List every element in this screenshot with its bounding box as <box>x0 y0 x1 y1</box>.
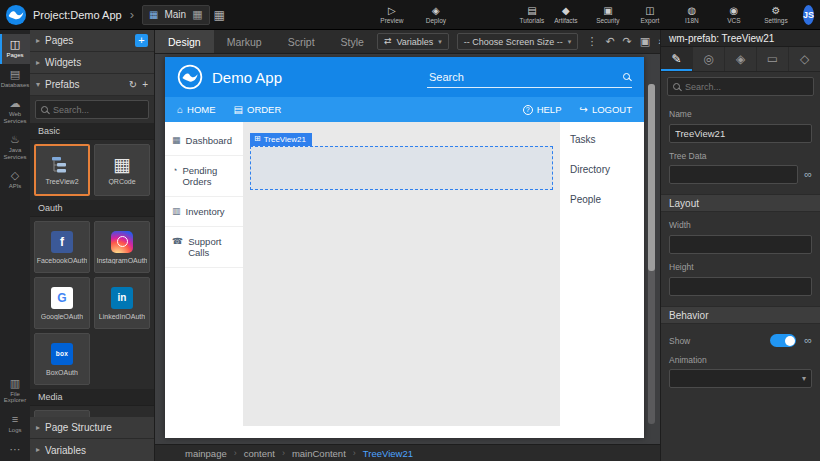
nav-logout[interactable]: ↪ LOGOUT <box>579 104 632 115</box>
list-item-tasks[interactable]: Tasks <box>570 134 634 145</box>
artifacts-label: Artifacts <box>554 17 577 24</box>
tab-markup[interactable]: Markup <box>214 30 275 53</box>
left-panel: ▸ Pages + ▸ Widgets ▾ Prefabs ↻ + Basic <box>30 30 155 461</box>
settings-button[interactable]: ⚙ Settings <box>759 6 793 24</box>
styles-tab[interactable]: ◎ <box>693 47 725 71</box>
prefab-search-input[interactable] <box>53 105 143 115</box>
prefab-tile-linkedinoauth[interactable]: in LinkedInOAuth <box>94 277 150 329</box>
width-field[interactable] <box>669 235 812 254</box>
sidebar-item-logs[interactable]: ≡ Logs <box>0 409 30 439</box>
sidenav-support-calls[interactable]: ☎ Support Calls <box>165 227 243 268</box>
sidebar-item-pages[interactable]: ◫ Pages <box>0 34 30 64</box>
app-title: Demo App <box>212 69 282 86</box>
selected-widget-tag[interactable]: ⊞ TreeView21 <box>250 133 312 146</box>
canvas-scrollbar[interactable] <box>648 84 655 424</box>
prefab-tile-googleoauth[interactable]: G GoogleOAuth <box>34 277 90 329</box>
height-field[interactable] <box>669 277 812 296</box>
prefab-tile-treeview2[interactable]: TreeView2 <box>34 144 90 196</box>
nav-order[interactable]: ▤ ORDER <box>234 104 282 115</box>
prefab-tile-facebookoauth[interactable]: f FacebookOAuth <box>34 221 90 273</box>
device-tab[interactable]: ▭ <box>757 47 789 71</box>
bind-link-icon[interactable]: ∞ <box>804 169 812 180</box>
facebook-icon: f <box>51 231 73 253</box>
sidenav-dashboard[interactable]: ▦ Dashboard <box>165 126 243 156</box>
variables-dropdown[interactable]: ⇄ Variables ▾ <box>377 33 449 50</box>
tab-design[interactable]: Design <box>155 30 214 53</box>
web-services-label: Web Services <box>1 111 29 124</box>
show-toggle[interactable] <box>770 334 796 347</box>
add-page-button[interactable]: + <box>135 34 148 47</box>
tree-data-field[interactable] <box>669 165 798 184</box>
search-icon <box>41 106 48 113</box>
user-avatar[interactable]: JS <box>803 5 814 25</box>
screen-size-dropdown[interactable]: -- Choose Screen Size -- ▾ <box>457 33 579 50</box>
page-structure-accordion[interactable]: ▸ Page Structure <box>30 417 154 439</box>
vcs-button[interactable]: ◉ VCS <box>717 6 751 24</box>
nav-home[interactable]: ⌂ HOME <box>177 104 216 115</box>
events-icon: ◈ <box>736 53 745 65</box>
breadcrumb-mainpage[interactable]: mainpage <box>185 448 227 459</box>
breadcrumb-maincontent[interactable]: mainContent <box>292 448 346 459</box>
animation-select[interactable]: ▾ <box>669 369 812 388</box>
list-item-people[interactable]: People <box>570 194 634 205</box>
events-tab[interactable]: ◈ <box>725 47 757 71</box>
sidebar-item-file-explorer[interactable]: ▥ File Explorer <box>0 373 30 409</box>
properties-tab[interactable]: ✎ <box>661 47 693 71</box>
advanced-tab[interactable]: ◇ <box>789 47 820 71</box>
scrollbar-thumb[interactable] <box>648 84 655 271</box>
i18n-button[interactable]: ◍ I18N <box>675 6 709 24</box>
treeview-widget-selection[interactable] <box>250 146 553 190</box>
sidebar-item-apis[interactable]: ◇ APIs <box>0 165 30 195</box>
security-button[interactable]: ▣ Security <box>591 6 625 24</box>
pages-accordion[interactable]: ▸ Pages + <box>30 30 154 52</box>
app-body: ▦ Dashboard ◔ Pending Orders ▥ Inventory… <box>165 122 644 426</box>
breadcrumb-treeview21[interactable]: TreeView21 <box>363 448 413 459</box>
prefabs-accordion[interactable]: ▾ Prefabs ↻ + <box>30 74 154 96</box>
artifacts-button[interactable]: ◆ Artifacts <box>549 6 583 24</box>
page-grid-button[interactable]: ▦ <box>214 9 225 21</box>
vcs-icon: ◉ <box>730 6 739 16</box>
bind-link-icon[interactable]: ∞ <box>804 335 812 346</box>
sidenav-pending-orders[interactable]: ◔ Pending Orders <box>165 156 243 197</box>
logs-label: Logs <box>8 427 21 434</box>
properties-search-input[interactable] <box>685 82 808 92</box>
prefab-tile-qrcode[interactable]: ▦ QRCode <box>94 144 150 196</box>
sidebar-item-java-services[interactable]: ♨ Java Services <box>0 129 30 165</box>
tab-style[interactable]: Style <box>328 30 377 53</box>
tab-script[interactable]: Script <box>275 30 328 53</box>
add-prefab-icon[interactable]: + <box>142 80 148 90</box>
prefab-tile-boxoauth[interactable]: box BoxOAuth <box>34 333 90 385</box>
app-search[interactable] <box>427 66 632 88</box>
inventory-icon: ▥ <box>172 207 181 216</box>
nav-help[interactable]: ? HELP <box>523 104 562 115</box>
deploy-button[interactable]: ◈ Deploy <box>419 6 453 24</box>
kebab-menu-icon[interactable]: ⋮ <box>586 36 597 47</box>
breadcrumb-content[interactable]: content <box>244 448 275 459</box>
name-field[interactable] <box>669 124 812 143</box>
refresh-prefabs-icon[interactable]: ↻ <box>129 80 137 90</box>
prefab-tile-instagramoauth[interactable]: InstagramOAuth <box>94 221 150 273</box>
sidebar-item-databases[interactable]: ▤ Databases <box>0 64 30 94</box>
tutorials-icon: ▤ <box>527 6 536 16</box>
tutorials-button[interactable]: ▤ Tutorials <box>515 6 549 24</box>
redo-icon[interactable]: ↷ <box>623 36 632 47</box>
panel-toggle-icon[interactable]: ▣ <box>640 36 650 47</box>
page-structure-label: Page Structure <box>45 422 112 433</box>
sidebar-item-web-services[interactable]: ☁ Web Services <box>0 93 30 129</box>
page-selector-dropdown[interactable]: ▦ Main ▦ <box>142 5 210 25</box>
chevron-down-icon: ▾ <box>802 375 806 383</box>
widgets-accordion[interactable]: ▸ Widgets <box>30 52 154 74</box>
variables-accordion[interactable]: ▸ Variables <box>30 439 154 461</box>
prefab-tile-media[interactable] <box>34 410 90 417</box>
icon-bar-spacer <box>0 195 30 373</box>
preview-button[interactable]: ▷ Preview <box>375 6 409 24</box>
export-button[interactable]: ◫ Export <box>633 6 667 24</box>
behavior-section-header[interactable]: Behavior <box>661 306 820 324</box>
app-search-input[interactable] <box>429 71 623 83</box>
more-options-icon[interactable]: ⋯ <box>0 438 30 461</box>
list-item-directory[interactable]: Directory <box>570 164 634 175</box>
sidenav-inventory[interactable]: ▥ Inventory <box>165 197 243 227</box>
layout-section-header[interactable]: Layout <box>661 194 820 212</box>
undo-icon[interactable]: ↶ <box>605 36 614 47</box>
artifacts-icon: ◆ <box>562 6 570 16</box>
